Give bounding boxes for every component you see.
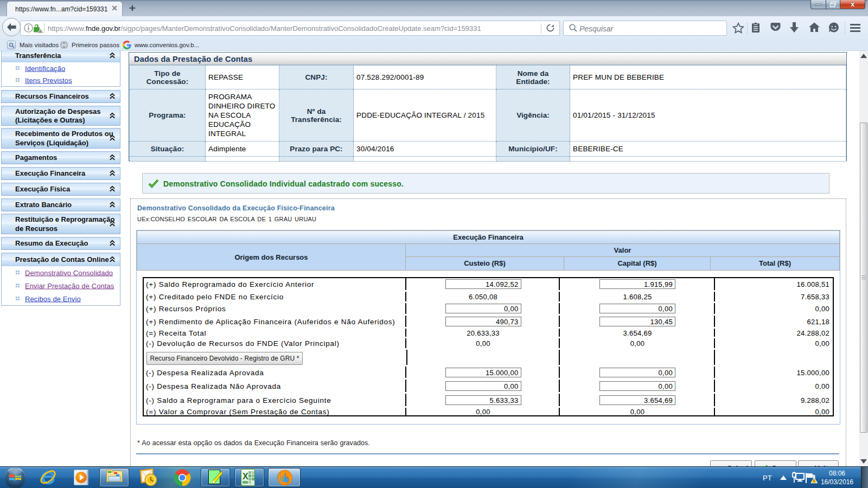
svg-text:!: !	[813, 479, 814, 483]
svg-text:X: X	[242, 472, 248, 481]
